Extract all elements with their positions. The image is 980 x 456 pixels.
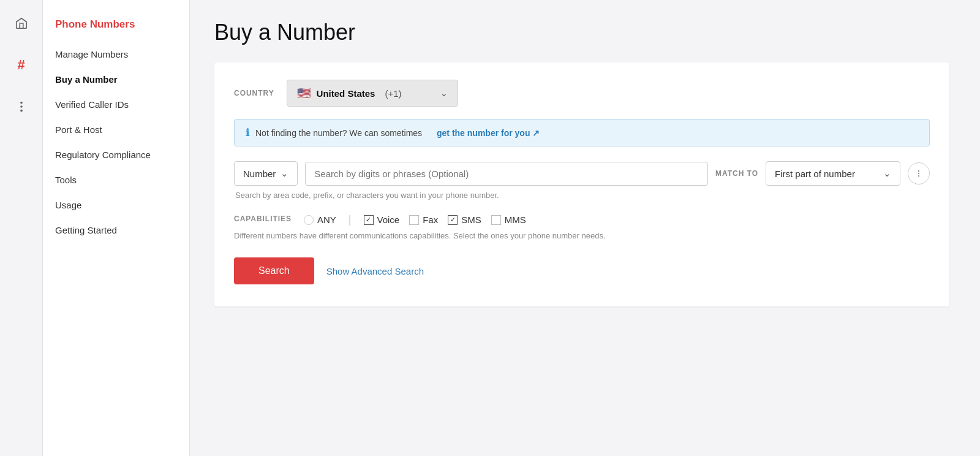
nav-section-title: Phone Numbers [43, 12, 189, 42]
cap-fax-checkbox[interactable] [409, 215, 419, 225]
cap-hint: Different numbers have different communi… [234, 231, 930, 240]
search-hint: Search by area code, prefix, or characte… [234, 191, 930, 200]
cap-any-label: ANY [317, 215, 336, 225]
info-link[interactable]: get the number for you ↗ [437, 128, 540, 138]
type-chevron-icon: ⌄ [281, 168, 288, 179]
cap-mms-option[interactable]: MMS [491, 215, 526, 225]
advanced-search-link[interactable]: Show Advanced Search [326, 266, 424, 276]
match-to-value: First part of number [775, 169, 855, 179]
cap-fax-option[interactable]: Fax [409, 215, 438, 225]
info-banner: ℹ Not finding the number? We can sometim… [234, 119, 930, 146]
search-row: Number ⌄ MATCH TO First part of number ⌄ [234, 161, 930, 186]
svg-point-5 [918, 175, 919, 177]
svg-point-3 [918, 170, 919, 172]
country-name: United States [317, 88, 375, 99]
capabilities-row: CAPABILITIES ANY | ✓ Voice Fax ✓ SMS [234, 213, 930, 226]
svg-point-2 [20, 110, 23, 112]
svg-point-4 [918, 173, 919, 174]
page-title: Buy a Number [214, 20, 956, 45]
cap-voice-option[interactable]: ✓ Voice [364, 215, 400, 225]
match-chevron-icon: ⌄ [883, 168, 891, 179]
cap-divider: | [349, 213, 352, 226]
sidebar-item-regulatory-compliance[interactable]: Regulatory Compliance [43, 142, 189, 167]
sidebar-item-manage-numbers[interactable]: Manage Numbers [43, 42, 189, 67]
country-code: (+1) [385, 88, 401, 99]
cap-voice-checkbox[interactable]: ✓ [364, 215, 374, 225]
cap-any-option[interactable]: ANY [304, 215, 336, 225]
country-row: COUNTRY 🇺🇸 United States (+1) ⌄ [234, 80, 930, 107]
cap-sms-option[interactable]: ✓ SMS [448, 215, 481, 225]
chevron-down-icon: ⌄ [440, 88, 448, 98]
cap-sms-checkbox[interactable]: ✓ [448, 215, 458, 225]
search-button[interactable]: Search [234, 257, 314, 284]
icon-sidebar: # [0, 0, 43, 456]
main-content: Buy a Number COUNTRY 🇺🇸 United States (+… [190, 0, 980, 456]
capabilities-options: ANY | ✓ Voice Fax ✓ SMS MMS [304, 213, 526, 226]
country-select[interactable]: 🇺🇸 United States (+1) ⌄ [287, 80, 458, 107]
cap-mms-label: MMS [505, 215, 526, 225]
country-flag: 🇺🇸 [297, 86, 311, 100]
sidebar-item-getting-started[interactable]: Getting Started [43, 218, 189, 243]
more-options-button[interactable] [908, 162, 930, 184]
svg-point-1 [20, 102, 23, 104]
cap-any-radio[interactable] [304, 215, 314, 225]
cap-fax-label: Fax [423, 215, 438, 225]
more-icon[interactable] [9, 94, 34, 119]
svg-point-0 [20, 105, 23, 108]
nav-sidebar: Phone Numbers Manage Numbers Buy a Numbe… [43, 0, 190, 456]
hash-icon[interactable]: # [9, 53, 34, 77]
country-label: COUNTRY [234, 89, 274, 97]
sidebar-item-buy-a-number[interactable]: Buy a Number [43, 67, 189, 92]
cap-voice-label: Voice [377, 215, 400, 225]
sidebar-item-usage[interactable]: Usage [43, 192, 189, 218]
cap-sms-label: SMS [461, 215, 481, 225]
buy-number-card: COUNTRY 🇺🇸 United States (+1) ⌄ ℹ Not fi… [214, 63, 949, 306]
type-select[interactable]: Number ⌄ [234, 161, 298, 186]
info-icon: ℹ [246, 127, 249, 139]
cap-mms-checkbox[interactable] [491, 215, 501, 225]
search-input[interactable] [305, 162, 708, 186]
sidebar-item-tools[interactable]: Tools [43, 167, 189, 192]
sidebar-item-verified-caller-ids[interactable]: Verified Caller IDs [43, 92, 189, 117]
sidebar-item-port-host[interactable]: Port & Host [43, 117, 189, 142]
type-select-value: Number [243, 169, 276, 179]
home-icon[interactable] [9, 11, 34, 36]
info-text: Not finding the number? We can sometimes [255, 128, 422, 138]
match-to-select[interactable]: First part of number ⌄ [766, 161, 900, 186]
capabilities-label: CAPABILITIES [234, 213, 292, 223]
action-row: Search Show Advanced Search [234, 257, 930, 284]
match-to-label: MATCH TO [715, 169, 758, 178]
